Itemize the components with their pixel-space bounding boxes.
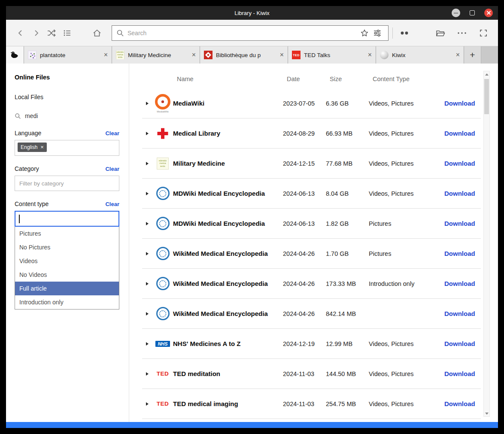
sidebar-search[interactable] [15,112,119,119]
scrollbar-thumb[interactable] [484,79,489,114]
tab-bar: plantatote Military Medicine Bibliothèqu… [6,46,498,64]
book-content-type: Videos, Pictures [369,401,442,407]
tab-close-icon[interactable] [368,52,372,58]
content-type-input[interactable] [15,211,119,227]
table-row[interactable]: WikiMed Medical Encyclopedia 2024-04-26 … [142,239,481,269]
table-row[interactable]: WikiMed Medical Encyclopedia 2024-04-26 … [142,269,481,299]
table-row[interactable]: Medical Library 2024-08-29 66.93 MB Vide… [142,118,481,149]
nav-online-files[interactable]: Online Files [15,74,119,81]
bookmark-button[interactable] [358,27,371,39]
download-link[interactable]: Download [442,370,480,377]
category-clear-link[interactable]: Clear [105,166,119,172]
content-area: Online Files Local Files Language Clear … [6,64,498,422]
dropdown-option[interactable]: Videos [15,254,119,268]
tab-close-icon[interactable] [280,52,284,58]
table-row[interactable]: NHS NHS' Medicines A to Z 2024-12-19 12.… [142,329,481,359]
expand-arrow-icon[interactable] [146,222,149,225]
minimize-button[interactable] [452,9,460,17]
new-tab-button[interactable]: + [464,46,481,64]
download-link[interactable]: Download [442,100,480,107]
table-of-contents-button[interactable] [59,25,75,41]
download-link[interactable]: Download [442,130,480,137]
home-icon [92,29,102,37]
expand-arrow-icon[interactable] [146,102,149,105]
table-row[interactable]: MDWiki Medical Encyclopedia 2024-06-13 8… [142,179,481,209]
language-clear-link[interactable]: Clear [105,130,119,137]
book-date: 2024-12-15 [283,160,326,167]
download-link[interactable]: Download [442,250,480,257]
forward-button[interactable] [28,25,44,41]
open-file-button[interactable] [433,25,448,41]
browser-tab[interactable]: Military Medicine [112,46,200,64]
expand-arrow-icon[interactable] [146,372,149,376]
search-box[interactable] [112,25,389,41]
expand-arrow-icon[interactable] [146,402,149,406]
book-title: NHS' Medicines A to Z [173,340,283,347]
download-link[interactable]: Download [442,190,480,197]
table-row[interactable]: MDWiki Medical Encyclopedia 2024-06-13 1… [142,209,481,239]
book-title: Military Medicine [173,160,283,167]
scroll-down-icon[interactable] [484,410,489,416]
close-button[interactable] [484,9,493,17]
tab-close-icon[interactable] [456,52,460,58]
expand-arrow-icon[interactable] [146,192,149,195]
browser-tab[interactable]: plantatote [24,46,112,64]
book-title: WikiMed Medical Encyclopedia [173,280,283,287]
fullscreen-button[interactable] [476,25,491,41]
download-link[interactable]: Download [442,340,480,347]
tab-close-icon[interactable] [192,52,196,58]
download-link[interactable]: Download [442,400,480,407]
back-button[interactable] [13,25,28,41]
dropdown-option[interactable]: No Pictures [15,240,119,254]
expand-arrow-icon[interactable] [146,162,149,165]
more-options-button[interactable] [454,25,470,41]
table-row[interactable]: MediaWiki MediaWiki 2023-07-05 6.36 GB V… [142,88,481,118]
dropdown-option[interactable]: Full article [15,282,119,295]
expand-arrow-icon[interactable] [146,282,149,285]
nhs-icon: NHS [152,329,173,358]
dropdown-option[interactable]: Pictures [15,227,119,240]
book-title: WikiMed Medical Encyclopedia [173,310,283,317]
download-link[interactable]: Download [442,220,480,227]
toolbar-divider [392,27,393,39]
fullscreen-icon [479,29,488,37]
dropdown-option[interactable]: No Videos [15,268,119,282]
table-row[interactable]: TED TED medical imaging 2024-11-03 254.7… [142,389,481,419]
table-row[interactable]: WikiMed Medical Encyclopedia 2024-04-26 … [142,299,481,329]
scroll-up-icon[interactable] [484,71,489,77]
header-date: Date [283,76,326,82]
download-link[interactable]: Download [442,160,480,167]
tab-close-icon[interactable] [104,52,108,58]
table-row[interactable]: Military Medicine 2024-12-15 77.68 MB Vi… [142,149,481,179]
expand-arrow-icon[interactable] [146,342,149,346]
book-date: 2024-11-03 [283,370,326,377]
sidebar-search-input[interactable] [25,112,102,119]
browser-tab[interactable]: Kiwix [376,46,464,64]
book-title: MDWiki Medical Encyclopedia [173,190,283,197]
nav-local-files[interactable]: Local Files [15,94,119,100]
window-title: Library - Kiwix [234,10,270,16]
expand-arrow-icon[interactable] [146,132,149,135]
vertical-scrollbar[interactable] [483,71,490,417]
table-row[interactable]: TED TED meditation 2024-11-03 144.50 MB … [142,359,481,389]
dropdown-option[interactable]: Introduction only [15,295,119,309]
random-article-button[interactable] [44,25,59,41]
language-filter-box[interactable]: English [15,140,119,156]
content-type-clear-link[interactable]: Clear [105,201,119,207]
category-filter-input[interactable] [15,176,119,191]
expand-arrow-icon[interactable] [146,312,149,316]
filter-button[interactable] [371,27,384,39]
maximize-button[interactable] [470,10,475,15]
expand-arrow-icon[interactable] [146,252,149,255]
search-input[interactable] [128,30,358,36]
reading-list-button[interactable] [397,25,412,41]
chip-remove-icon[interactable] [40,144,44,150]
book-size: 1.70 GB [326,250,369,257]
filter-sidebar: Online Files Local Files Language Clear … [6,64,129,422]
download-link[interactable]: Download [442,310,480,317]
library-tab[interactable] [6,46,24,64]
home-button[interactable] [89,25,105,41]
browser-tab[interactable]: Bibliothèque du p [200,46,288,64]
browser-tab[interactable]: TED TED Talks [288,46,376,64]
download-link[interactable]: Download [442,280,480,287]
